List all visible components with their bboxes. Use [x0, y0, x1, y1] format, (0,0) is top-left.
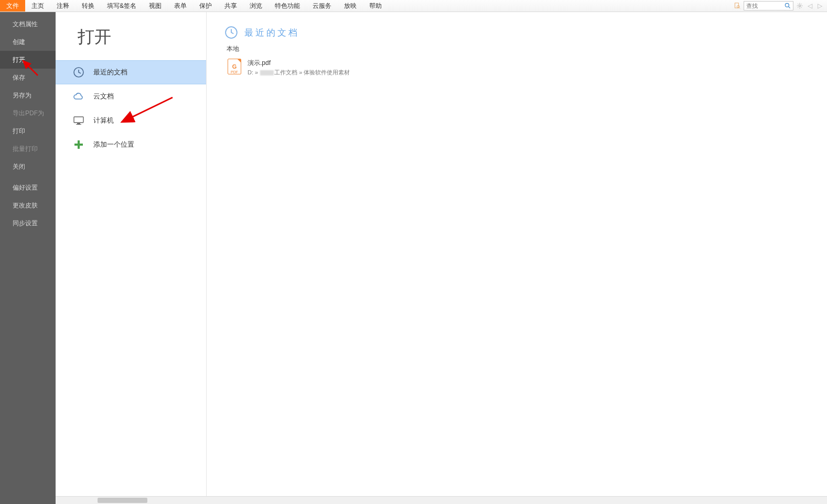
- source-label: 计算机: [93, 116, 114, 125]
- sidebar-item-open[interactable]: 打开: [0, 51, 56, 69]
- svg-rect-7: [74, 117, 83, 123]
- source-recent[interactable]: 最近的文档: [56, 60, 206, 84]
- sidebar-item-close[interactable]: 关闭: [0, 158, 56, 176]
- menu-tab-browse[interactable]: 浏览: [243, 0, 268, 12]
- sidebar-item-skin[interactable]: 更改皮肤: [0, 196, 56, 214]
- menu-tab-share[interactable]: 共享: [218, 0, 243, 12]
- sidebar-item-save[interactable]: 保存: [0, 69, 56, 86]
- sidebar-item-save-as[interactable]: 另存为: [0, 86, 56, 104]
- sidebar-item-print[interactable]: 打印: [0, 122, 56, 140]
- recent-file-item[interactable]: GPDF 演示.pdf D: » 工作文档 » 体验软件使用素材: [224, 57, 827, 79]
- search-page-icon[interactable]: [733, 2, 742, 10]
- top-menubar: 文件 主页 注释 转换 填写&签名 视图 表单 保护 共享 浏览 特色功能 云服…: [0, 0, 827, 12]
- panel-title: 打开: [56, 26, 206, 49]
- search-input[interactable]: [746, 3, 784, 9]
- menu-tab-form[interactable]: 表单: [168, 0, 193, 12]
- sidebar-item-sync[interactable]: 同步设置: [0, 214, 56, 232]
- file-name: 演示.pdf: [248, 59, 350, 68]
- source-computer[interactable]: 计算机: [56, 108, 206, 133]
- file-sidebar: 文档属性 创建 打开 保存 另存为 导出PDF为 打印 批量打印 关闭 偏好设置…: [0, 12, 56, 504]
- menu-tab-file[interactable]: 文件: [0, 0, 25, 12]
- computer-icon: [71, 113, 86, 128]
- sidebar-item-doc-properties[interactable]: 文档属性: [0, 15, 56, 33]
- source-add-location[interactable]: 添加一个位置: [56, 133, 206, 157]
- svg-point-3: [785, 3, 789, 7]
- menu-tab-view[interactable]: 视图: [143, 0, 168, 12]
- file-path: D: » 工作文档 » 体验软件使用素材: [248, 69, 350, 76]
- open-sources-panel: 打开 最近的文档 云文档 计算机 添加一个位置: [56, 12, 207, 504]
- gear-icon[interactable]: [796, 2, 804, 10]
- menu-tab-slideshow[interactable]: 放映: [338, 0, 363, 12]
- search-icon[interactable]: [784, 2, 791, 10]
- svg-point-1: [737, 5, 739, 8]
- sidebar-item-create[interactable]: 创建: [0, 33, 56, 51]
- redacted-segment: [260, 70, 274, 75]
- sidebar-item-export-pdf: 导出PDF为: [0, 104, 56, 122]
- svg-rect-9: [76, 124, 81, 125]
- cloud-icon: [71, 89, 86, 104]
- nav-prev-icon[interactable]: ◁: [806, 2, 814, 9]
- svg-rect-8: [77, 123, 80, 124]
- nav-next-icon[interactable]: ▷: [816, 2, 824, 9]
- search-input-wrapper[interactable]: [744, 1, 793, 10]
- source-cloud[interactable]: 云文档: [56, 84, 206, 108]
- menu-tab-features[interactable]: 特色功能: [268, 0, 306, 12]
- sidebar-item-preferences[interactable]: 偏好设置: [0, 179, 56, 196]
- horizontal-scrollbar[interactable]: [56, 496, 827, 504]
- menu-tab-cloud[interactable]: 云服务: [306, 0, 338, 12]
- plus-icon: [71, 137, 86, 152]
- section-local-label: 本地: [227, 45, 827, 53]
- scrollbar-thumb[interactable]: [98, 498, 147, 503]
- pdf-file-icon: GPDF: [228, 59, 241, 74]
- svg-line-4: [789, 7, 790, 8]
- sidebar-item-batch-print: 批量打印: [0, 140, 56, 158]
- menu-tab-fillsign[interactable]: 填写&签名: [101, 0, 143, 12]
- menu-tab-protect[interactable]: 保护: [193, 0, 218, 12]
- menu-tab-help[interactable]: 帮助: [363, 0, 388, 12]
- clock-icon: [71, 65, 86, 80]
- svg-line-2: [739, 8, 740, 9]
- menu-tab-annotate[interactable]: 注释: [50, 0, 76, 12]
- source-label: 云文档: [93, 92, 114, 101]
- source-label: 最近的文档: [93, 68, 127, 77]
- svg-point-5: [799, 5, 801, 7]
- source-label: 添加一个位置: [93, 140, 134, 149]
- menu-tab-convert[interactable]: 转换: [76, 0, 101, 12]
- recent-documents-area: 最近的文档 本地 GPDF 演示.pdf D: » 工作文档 » 体验软件使用素…: [207, 12, 827, 504]
- menu-tab-home[interactable]: 主页: [25, 0, 50, 12]
- recent-header: 最近的文档: [244, 27, 299, 39]
- clock-icon: [224, 26, 238, 39]
